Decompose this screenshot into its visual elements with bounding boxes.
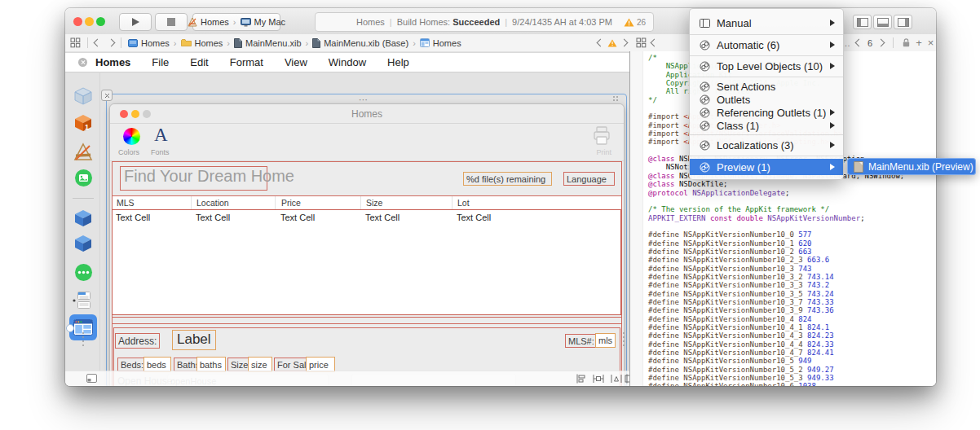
table-cell[interactable]: Text Cell [116,213,150,222]
canvas-resize-handle[interactable] [82,332,84,346]
code-line: APPKIT_EXTERN const double NSAppKitVersi… [648,214,904,222]
run-button[interactable] [119,13,152,31]
table-cell[interactable]: Text Cell [196,213,230,222]
column-header[interactable]: MLS [117,198,135,208]
resolve-auto-layout-button[interactable] [611,374,622,384]
menu-item-edit[interactable]: Edit [190,56,208,68]
breadcrumb-file-base[interactable]: MainMenu.xib (Base) [324,38,408,48]
document-outline-toggle-button[interactable] [86,374,97,383]
menu-item-view[interactable]: View [285,56,307,68]
menu-item-preview[interactable]: Preview (1) [690,159,843,175]
mls-label[interactable]: MLS#: [565,334,598,348]
frame-close-button[interactable] [101,90,113,101]
close-editor-icon[interactable]: × [928,37,934,49]
first-responder-object[interactable]: 1 [71,112,95,134]
custom-object-2[interactable] [71,232,95,255]
next-issue-icon[interactable] [620,39,629,47]
font-manager-object[interactable] [71,166,95,189]
show-debug-area-button[interactable] [873,15,892,29]
mls-field[interactable]: mls [595,333,616,348]
menu-item-file[interactable]: File [152,56,169,68]
close-traffic-light[interactable] [73,17,82,26]
ib-menu-bar[interactable]: Homes File Edit Format View Window Help [65,52,629,72]
design-window-toolbar[interactable]: Colors A Fonts Print [110,123,624,161]
language-button[interactable]: Language [563,172,615,186]
design-window[interactable]: Homes Colors A Fonts Print [109,103,625,386]
files-remaining-label[interactable]: %d file(s) remaining [463,172,552,186]
files-owner-object[interactable] [71,85,95,108]
breadcrumb-project[interactable]: Homes [141,38,170,48]
related-items-icon[interactable] [636,37,647,48]
svg-text:1: 1 [85,123,89,131]
next-counterpart-icon[interactable] [877,39,885,47]
stop-button[interactable] [155,13,188,31]
pin-button[interactable] [593,374,604,384]
menu-item-localizations[interactable]: Localizations (3) [690,137,843,153]
table-body[interactable]: Text Cell Text Cell Text Cell Text Cell … [112,209,621,315]
column-header[interactable]: Size [366,198,382,208]
back-icon[interactable] [651,39,659,47]
status-build-result: Succeeded [452,17,500,27]
breadcrumb-group[interactable]: Homes [195,38,223,48]
previous-issue-icon[interactable] [597,39,605,47]
menu-item-window[interactable]: Window [329,56,366,68]
menu-item-outlets[interactable]: Outlets [690,93,843,106]
scheme-selector[interactable]: Homes › My Mac [192,13,280,31]
submenu-arrow-icon [830,142,835,148]
menu-item-app[interactable]: Homes [95,56,130,68]
menu-item-automatic[interactable]: Automatic (6) [690,36,843,54]
canvas-resize-handle[interactable] [623,332,625,346]
address-label[interactable]: Address: [115,333,160,349]
related-items-icon[interactable] [70,37,81,48]
divider [893,37,894,48]
frame-handle-icon[interactable] [613,96,618,101]
code-line: #define NSAppKitVersionNumber10_3_2 743.… [648,273,904,281]
show-navigator-button[interactable] [853,15,872,29]
back-icon[interactable] [94,39,102,47]
code-gutter [630,51,643,386]
connection-well-icon[interactable] [66,324,74,332]
breadcrumb-object[interactable]: Homes [433,38,461,48]
table-cell[interactable]: Text Cell [365,213,400,222]
table-cell[interactable]: Text Cell [280,213,315,222]
headline-label[interactable]: Find Your Dream Home [120,166,267,191]
menu-item-manual[interactable]: Manual [690,14,843,32]
forward-icon[interactable] [108,39,116,47]
add-editor-icon[interactable]: + [916,37,922,49]
interface-builder-canvas[interactable]: Homes File Edit Format View Window Help … [65,51,629,386]
popup-menu-object[interactable] [71,261,95,283]
show-utilities-button[interactable] [894,15,912,29]
warning-badge[interactable]: 26 [624,18,646,27]
lock-icon[interactable] [903,38,910,47]
column-header[interactable]: Location [196,198,229,208]
code-line: #define NSAppKitVersionNumber10_3_5 743.… [648,290,904,298]
menu-item-format[interactable]: Format [230,56,263,68]
play-icon [132,18,139,26]
application-object[interactable] [71,141,95,164]
custom-object-1[interactable] [71,207,95,230]
main-menu-object[interactable] [71,289,95,312]
fonts-icon[interactable]: A [154,125,168,146]
table-header[interactable]: MLS Location Price Size Lot [112,195,622,210]
menubar-close-icon[interactable] [78,58,87,67]
zoom-traffic-light[interactable] [96,17,105,26]
minimize-traffic-light[interactable] [85,17,94,26]
print-icon[interactable] [591,125,612,147]
project-icon [128,38,138,48]
design-window-titlebar[interactable]: Homes [110,104,624,124]
column-header[interactable]: Price [281,198,301,208]
colors-icon[interactable] [123,128,140,145]
preview-submenu-item[interactable]: MainMenu.xib (Preview) [847,158,976,175]
menu-item-help[interactable]: Help [387,56,409,68]
beds-label[interactable]: Beds: [117,358,147,371]
breadcrumb-file[interactable]: MainMenu.xib [245,38,301,48]
menu-item-top-level-objects[interactable]: Top Level Objects (10) [690,57,843,75]
menu-item-referencing-outlets[interactable]: Referencing Outlets (1) [690,106,843,119]
column-header[interactable]: Lot [457,198,470,208]
menu-item-sent-actions[interactable]: Sent Actions [690,80,843,93]
address-value-label[interactable]: Label [172,330,216,350]
menu-item-class[interactable]: Class (1) [690,119,843,132]
table-cell[interactable]: Text Cell [457,213,491,222]
align-button[interactable] [576,374,586,384]
previous-counterpart-icon[interactable] [855,39,863,47]
